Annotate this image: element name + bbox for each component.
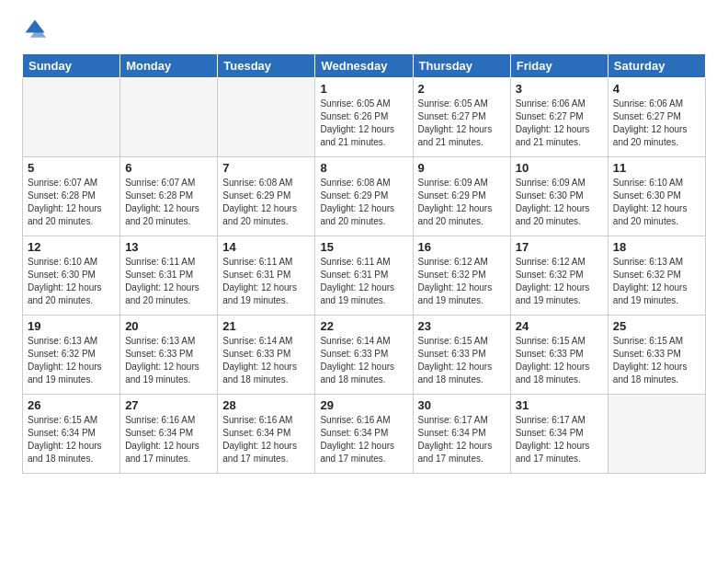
day-info: Sunrise: 6:11 AM Sunset: 6:31 PM Dayligh… — [125, 256, 212, 307]
calendar-cell: 29Sunrise: 6:16 AM Sunset: 6:34 PM Dayli… — [315, 395, 413, 474]
day-number: 31 — [516, 398, 603, 412]
day-header-tuesday: Tuesday — [218, 54, 315, 78]
calendar-cell: 22Sunrise: 6:14 AM Sunset: 6:33 PM Dayli… — [315, 316, 413, 395]
day-header-thursday: Thursday — [413, 54, 510, 78]
calendar-cell: 16Sunrise: 6:12 AM Sunset: 6:32 PM Dayli… — [413, 236, 510, 316]
calendar-cell — [23, 78, 120, 157]
day-info: Sunrise: 6:14 AM Sunset: 6:33 PM Dayligh… — [222, 335, 310, 386]
calendar-cell: 13Sunrise: 6:11 AM Sunset: 6:31 PM Dayli… — [120, 236, 218, 316]
calendar-cell: 4Sunrise: 6:06 AM Sunset: 6:27 PM Daylig… — [608, 78, 705, 157]
day-info: Sunrise: 6:09 AM Sunset: 6:29 PM Dayligh… — [418, 177, 506, 228]
day-header-wednesday: Wednesday — [315, 54, 413, 78]
day-number: 12 — [28, 240, 115, 254]
calendar-cell: 8Sunrise: 6:08 AM Sunset: 6:29 PM Daylig… — [315, 157, 413, 236]
page: SundayMondayTuesdayWednesdayThursdayFrid… — [0, 0, 728, 563]
calendar-cell: 15Sunrise: 6:11 AM Sunset: 6:31 PM Dayli… — [315, 236, 413, 316]
calendar-cell — [608, 395, 705, 474]
calendar-cell: 26Sunrise: 6:15 AM Sunset: 6:34 PM Dayli… — [23, 395, 120, 474]
day-info: Sunrise: 6:12 AM Sunset: 6:32 PM Dayligh… — [418, 256, 506, 307]
day-info: Sunrise: 6:15 AM Sunset: 6:33 PM Dayligh… — [613, 335, 700, 386]
day-number: 2 — [418, 82, 506, 96]
day-number: 25 — [613, 319, 700, 333]
header — [22, 17, 706, 42]
day-info: Sunrise: 6:05 AM Sunset: 6:27 PM Dayligh… — [418, 98, 506, 149]
day-info: Sunrise: 6:08 AM Sunset: 6:29 PM Dayligh… — [222, 177, 310, 228]
day-info: Sunrise: 6:07 AM Sunset: 6:28 PM Dayligh… — [125, 177, 212, 228]
day-number: 8 — [320, 161, 407, 175]
day-number: 26 — [28, 398, 115, 412]
day-number: 1 — [320, 82, 407, 96]
week-row-0: 1Sunrise: 6:05 AM Sunset: 6:26 PM Daylig… — [23, 78, 706, 157]
day-number: 13 — [125, 240, 212, 254]
calendar-cell: 10Sunrise: 6:09 AM Sunset: 6:30 PM Dayli… — [510, 157, 608, 236]
day-info: Sunrise: 6:15 AM Sunset: 6:33 PM Dayligh… — [516, 335, 603, 386]
day-number: 15 — [320, 240, 407, 254]
day-number: 11 — [613, 161, 700, 175]
day-number: 5 — [28, 161, 115, 175]
calendar-cell: 2Sunrise: 6:05 AM Sunset: 6:27 PM Daylig… — [413, 78, 510, 157]
day-info: Sunrise: 6:16 AM Sunset: 6:34 PM Dayligh… — [125, 414, 212, 465]
day-info: Sunrise: 6:05 AM Sunset: 6:26 PM Dayligh… — [320, 98, 407, 149]
day-info: Sunrise: 6:06 AM Sunset: 6:27 PM Dayligh… — [516, 98, 603, 149]
calendar-body: 1Sunrise: 6:05 AM Sunset: 6:26 PM Daylig… — [23, 78, 706, 474]
calendar-cell: 5Sunrise: 6:07 AM Sunset: 6:28 PM Daylig… — [23, 157, 120, 236]
day-info: Sunrise: 6:10 AM Sunset: 6:30 PM Dayligh… — [28, 256, 115, 307]
calendar-cell: 11Sunrise: 6:10 AM Sunset: 6:30 PM Dayli… — [608, 157, 705, 236]
day-info: Sunrise: 6:08 AM Sunset: 6:29 PM Dayligh… — [320, 177, 407, 228]
calendar-cell: 31Sunrise: 6:17 AM Sunset: 6:34 PM Dayli… — [510, 395, 608, 474]
svg-marker-0 — [26, 20, 45, 33]
calendar-cell: 30Sunrise: 6:17 AM Sunset: 6:34 PM Dayli… — [413, 395, 510, 474]
week-row-2: 12Sunrise: 6:10 AM Sunset: 6:30 PM Dayli… — [23, 236, 706, 316]
week-row-4: 26Sunrise: 6:15 AM Sunset: 6:34 PM Dayli… — [23, 395, 706, 474]
calendar: SundayMondayTuesdayWednesdayThursdayFrid… — [22, 53, 706, 474]
day-number: 29 — [320, 398, 407, 412]
day-number: 16 — [418, 240, 506, 254]
calendar-cell: 19Sunrise: 6:13 AM Sunset: 6:32 PM Dayli… — [23, 316, 120, 395]
day-number: 23 — [418, 319, 506, 333]
calendar-cell: 9Sunrise: 6:09 AM Sunset: 6:29 PM Daylig… — [413, 157, 510, 236]
day-header-monday: Monday — [120, 54, 218, 78]
day-number: 17 — [516, 240, 603, 254]
day-info: Sunrise: 6:13 AM Sunset: 6:32 PM Dayligh… — [613, 256, 700, 307]
day-number: 3 — [516, 82, 603, 96]
day-header-sunday: Sunday — [23, 54, 120, 78]
calendar-cell: 23Sunrise: 6:15 AM Sunset: 6:33 PM Dayli… — [413, 316, 510, 395]
day-number: 6 — [125, 161, 212, 175]
day-info: Sunrise: 6:13 AM Sunset: 6:33 PM Dayligh… — [125, 335, 212, 386]
day-number: 7 — [222, 161, 310, 175]
calendar-cell: 3Sunrise: 6:06 AM Sunset: 6:27 PM Daylig… — [510, 78, 608, 157]
day-info: Sunrise: 6:15 AM Sunset: 6:34 PM Dayligh… — [28, 414, 115, 465]
day-number: 4 — [613, 82, 700, 96]
day-info: Sunrise: 6:13 AM Sunset: 6:32 PM Dayligh… — [28, 335, 115, 386]
day-info: Sunrise: 6:17 AM Sunset: 6:34 PM Dayligh… — [418, 414, 506, 465]
day-info: Sunrise: 6:15 AM Sunset: 6:33 PM Dayligh… — [418, 335, 506, 386]
calendar-cell: 14Sunrise: 6:11 AM Sunset: 6:31 PM Dayli… — [218, 236, 315, 316]
calendar-cell — [120, 78, 218, 157]
day-info: Sunrise: 6:07 AM Sunset: 6:28 PM Dayligh… — [28, 177, 115, 228]
day-info: Sunrise: 6:06 AM Sunset: 6:27 PM Dayligh… — [613, 98, 700, 149]
day-number: 20 — [125, 319, 212, 333]
day-number: 14 — [222, 240, 310, 254]
calendar-header-row: SundayMondayTuesdayWednesdayThursdayFrid… — [23, 54, 706, 78]
day-info: Sunrise: 6:16 AM Sunset: 6:34 PM Dayligh… — [320, 414, 407, 465]
day-info: Sunrise: 6:14 AM Sunset: 6:33 PM Dayligh… — [320, 335, 407, 386]
day-info: Sunrise: 6:11 AM Sunset: 6:31 PM Dayligh… — [222, 256, 310, 307]
calendar-cell — [218, 78, 315, 157]
week-row-1: 5Sunrise: 6:07 AM Sunset: 6:28 PM Daylig… — [23, 157, 706, 236]
day-number: 28 — [222, 398, 310, 412]
day-info: Sunrise: 6:17 AM Sunset: 6:34 PM Dayligh… — [516, 414, 603, 465]
calendar-cell: 25Sunrise: 6:15 AM Sunset: 6:33 PM Dayli… — [608, 316, 705, 395]
day-number: 22 — [320, 319, 407, 333]
day-number: 27 — [125, 398, 212, 412]
logo-icon — [22, 17, 48, 42]
day-number: 24 — [516, 319, 603, 333]
calendar-cell: 7Sunrise: 6:08 AM Sunset: 6:29 PM Daylig… — [218, 157, 315, 236]
day-info: Sunrise: 6:12 AM Sunset: 6:32 PM Dayligh… — [516, 256, 603, 307]
day-header-saturday: Saturday — [608, 54, 705, 78]
day-info: Sunrise: 6:09 AM Sunset: 6:30 PM Dayligh… — [516, 177, 603, 228]
calendar-cell: 24Sunrise: 6:15 AM Sunset: 6:33 PM Dayli… — [510, 316, 608, 395]
calendar-cell: 12Sunrise: 6:10 AM Sunset: 6:30 PM Dayli… — [23, 236, 120, 316]
calendar-cell: 27Sunrise: 6:16 AM Sunset: 6:34 PM Dayli… — [120, 395, 218, 474]
day-number: 21 — [222, 319, 310, 333]
calendar-cell: 6Sunrise: 6:07 AM Sunset: 6:28 PM Daylig… — [120, 157, 218, 236]
